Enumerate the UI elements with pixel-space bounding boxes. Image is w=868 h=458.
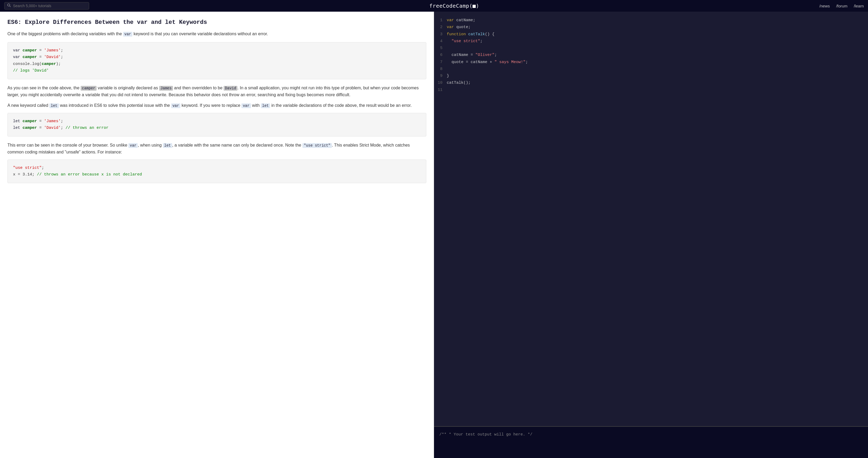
body-david-code: David <box>224 86 238 91</box>
search-input[interactable] <box>13 4 86 8</box>
code-editor[interactable]: 1var catName;2var quote;3function catTal… <box>434 12 868 426</box>
code-line: let camper = 'James'; <box>13 118 421 125</box>
body-var2-code: var <box>241 103 251 108</box>
search-icon <box>7 3 11 8</box>
line-content: quote = catName + " says Meow!"; <box>447 59 865 66</box>
line-content: "use strict"; <box>447 38 865 45</box>
brand-logo: freeCodeCamp(■) <box>429 3 479 9</box>
code-line: var camper = 'David'; <box>13 54 421 61</box>
editor-line: 2var quote; <box>434 24 868 31</box>
code-line: // logs 'David' <box>13 67 421 74</box>
line-number: 3 <box>437 31 447 38</box>
nav-learn[interactable]: /learn <box>854 4 864 8</box>
editor-line: 5 <box>434 45 868 52</box>
intro-text-start: One of the biggest problems with declari… <box>7 32 122 36</box>
header-nav: /news /forum /learn <box>819 4 864 8</box>
line-number: 4 <box>437 38 447 45</box>
intro-var-code: var <box>123 32 132 37</box>
body-var3-code: var <box>128 143 138 148</box>
code-line: x = 3.14; // throws an error because x i… <box>13 171 421 178</box>
line-number: 6 <box>437 52 447 59</box>
line-number: 2 <box>437 24 447 31</box>
body-paragraph-3: This error can be seen in the console of… <box>7 142 426 156</box>
intro-paragraph: One of the biggest problems with declari… <box>7 31 426 37</box>
left-panel: ES6: Explore Differences Between the var… <box>0 12 434 458</box>
body-let-code: let <box>49 103 59 108</box>
code-line: var camper = 'James'; <box>13 47 421 54</box>
editor-line: 8 <box>434 66 868 73</box>
code-block-3: "use strict"; x = 3.14; // throws an err… <box>7 160 426 183</box>
svg-point-0 <box>7 4 10 6</box>
code-line: console.log(camper); <box>13 61 421 68</box>
right-panel: 1var catName;2var quote;3function catTal… <box>434 12 868 458</box>
line-content: function catTalk() { <box>447 31 865 38</box>
line-content: catTalk(); <box>447 79 865 87</box>
line-number: 8 <box>437 66 447 73</box>
output-panel: /** * Your test output will go here. */ <box>434 426 868 458</box>
body-james-code: James <box>159 86 173 91</box>
svg-line-1 <box>9 6 10 7</box>
line-number: 7 <box>437 59 447 66</box>
code-block-2: let camper = 'James'; let camper = 'Davi… <box>7 113 426 136</box>
nav-news[interactable]: /news <box>819 4 830 8</box>
editor-line: 6 catName = "Oliver"; <box>434 52 868 59</box>
intro-text-end: keyword is that you can overwrite variab… <box>133 32 268 36</box>
editor-line: 7 quote = catName + " says Meow!"; <box>434 59 868 66</box>
line-content: var quote; <box>447 24 865 31</box>
body-paragraph-1: As you can see in the code above, the ca… <box>7 85 426 99</box>
line-number: 11 <box>437 87 447 94</box>
line-content: } <box>447 73 865 79</box>
line-number: 5 <box>437 45 447 52</box>
code-line: "use strict"; <box>13 165 421 171</box>
editor-line: 3function catTalk() { <box>434 31 868 38</box>
body-var-code: var <box>171 103 180 108</box>
body-camper-code: camper <box>81 86 97 91</box>
search-bar[interactable] <box>4 2 89 9</box>
line-content: var catName; <box>447 17 865 24</box>
body-let3-code: let <box>163 143 172 148</box>
line-number: 9 <box>437 73 447 79</box>
line-number: 1 <box>437 17 447 24</box>
body-strict-code: "use strict" <box>303 143 332 148</box>
code-block-1: var camper = 'James'; var camper = 'Davi… <box>7 42 426 79</box>
line-content: catName = "Oliver"; <box>447 52 865 59</box>
header: freeCodeCamp(■) /news /forum /learn <box>0 0 868 12</box>
nav-forum[interactable]: /forum <box>836 4 847 8</box>
editor-line: 10catTalk(); <box>434 79 868 87</box>
body-let2-code: let <box>261 103 270 108</box>
editor-line: 9} <box>434 73 868 79</box>
code-line: let camper = 'David'; // throws an error <box>13 125 421 131</box>
main-layout: ES6: Explore Differences Between the var… <box>0 12 868 458</box>
header-left <box>4 2 89 9</box>
editor-line: 1var catName; <box>434 17 868 24</box>
page-title: ES6: Explore Differences Between the var… <box>7 19 426 26</box>
line-number: 10 <box>437 79 447 87</box>
body-paragraph-2: A new keyword called let was introduced … <box>7 102 426 109</box>
editor-line: 11 <box>434 87 868 94</box>
editor-line: 4 "use strict"; <box>434 38 868 45</box>
